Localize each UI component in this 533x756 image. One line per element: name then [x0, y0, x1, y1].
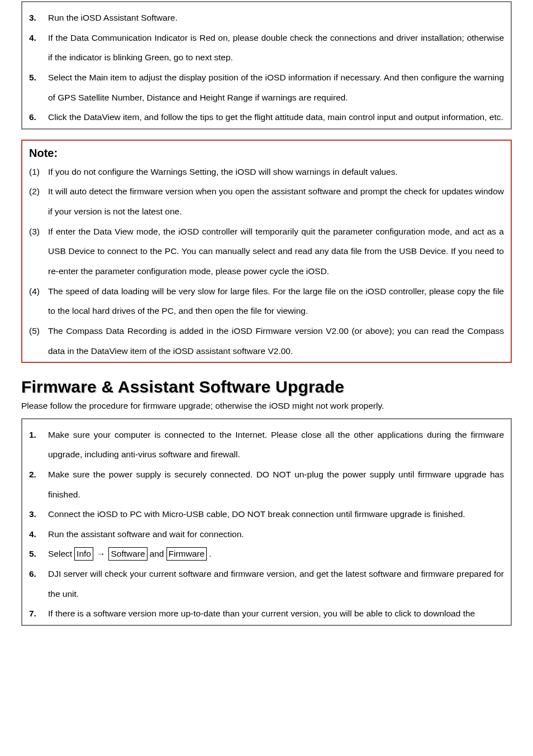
select-mid: and [150, 544, 164, 564]
step-text: Make sure your computer is connected to … [48, 425, 504, 465]
list-item: 5. Select Info → Software and Firmware . [29, 544, 504, 564]
steps-panel-top: 3. Run the iOSD Assistant Software. 4. I… [21, 1, 512, 130]
select-suffix: . [209, 544, 211, 564]
steps-panel-bottom: 1. Make sure your computer is connected … [21, 418, 512, 626]
arrow-icon: → [96, 544, 107, 564]
step-text: Select Info → Software and Firmware . [48, 544, 504, 564]
steps-list-bottom: 1. Make sure your computer is connected … [29, 425, 504, 624]
menu-software-box: Software [108, 547, 147, 561]
list-item: 3. Run the iOSD Assistant Software. [29, 8, 504, 28]
note-number: (3) [29, 222, 48, 242]
list-item: 5. Select the Main item to adjust the di… [29, 68, 504, 107]
list-item: 2. Make sure the power supply is securel… [29, 465, 504, 504]
step-number: 2. [29, 465, 48, 485]
step-text: Connect the iOSD to PC with Micro-USB ca… [48, 504, 504, 524]
note-text: The speed of data loading will be very s… [48, 281, 504, 321]
list-item: 1. Make sure your computer is connected … [29, 425, 504, 465]
note-text: The Compass Data Recording is added in t… [48, 321, 504, 361]
step-number: 6. [29, 107, 48, 127]
list-item: (2) It will auto detect the firmware ver… [29, 181, 504, 221]
step-text: If the Data Communication Indicator is R… [48, 28, 504, 68]
menu-firmware-box: Firmware [166, 547, 207, 561]
step-number: 3. [29, 8, 48, 28]
note-number: (2) [29, 181, 48, 202]
step-number: 1. [29, 425, 48, 445]
step-number: 7. [29, 604, 48, 624]
select-prefix: Select [48, 544, 72, 564]
steps-list-top: 3. Run the iOSD Assistant Software. 4. I… [29, 8, 504, 127]
note-panel: Note: (1) If you do not configure the Wa… [21, 140, 512, 363]
list-item: 3. Connect the iOSD to PC with Micro-USB… [29, 504, 504, 524]
note-number: (4) [29, 281, 48, 302]
list-item: (3) If enter the Data View mode, the iOS… [29, 222, 504, 281]
note-text: It will auto detect the firmware version… [48, 181, 504, 221]
list-item: 6. Click the DataView item, and follow t… [29, 107, 504, 127]
note-number: (5) [29, 321, 48, 341]
section-lead: Please follow the procedure for firmware… [21, 398, 512, 414]
step-text: Select the Main item to adjust the displ… [48, 68, 504, 107]
step-text: Run the iOSD Assistant Software. [48, 8, 504, 28]
list-item: (1) If you do not configure the Warnings… [29, 162, 504, 182]
step-number: 5. [29, 68, 48, 88]
note-text: If you do not configure the Warnings Set… [48, 162, 504, 182]
list-item: 7. If there is a software version more u… [29, 604, 504, 624]
note-number: (1) [29, 162, 48, 182]
menu-info-box: Info [74, 547, 93, 561]
step-number: 5. [29, 544, 48, 564]
step-text: Run the assistant software and wait for … [48, 524, 504, 544]
step-text: Click the DataView item, and follow the … [48, 107, 504, 127]
list-item: (5) The Compass Data Recording is added … [29, 321, 504, 361]
list-item: (4) The speed of data loading will be ve… [29, 281, 504, 321]
step-text: DJI server will check your current softw… [48, 564, 504, 604]
step-text: Make sure the power supply is securely c… [48, 465, 504, 504]
step-number: 3. [29, 504, 48, 524]
note-title: Note: [29, 146, 504, 160]
list-item: 6. DJI server will check your current so… [29, 564, 504, 604]
step-number: 4. [29, 28, 48, 48]
step-number: 4. [29, 524, 48, 544]
step-number: 6. [29, 564, 48, 584]
section-heading: Firmware & Assistant Software Upgrade [21, 377, 512, 397]
list-item: 4. Run the assistant software and wait f… [29, 524, 504, 544]
step-text: If there is a software version more up-t… [48, 604, 504, 624]
note-text: If enter the Data View mode, the iOSD co… [48, 222, 504, 281]
list-item: 4. If the Data Communication Indicator i… [29, 28, 504, 68]
note-list: (1) If you do not configure the Warnings… [29, 162, 504, 361]
